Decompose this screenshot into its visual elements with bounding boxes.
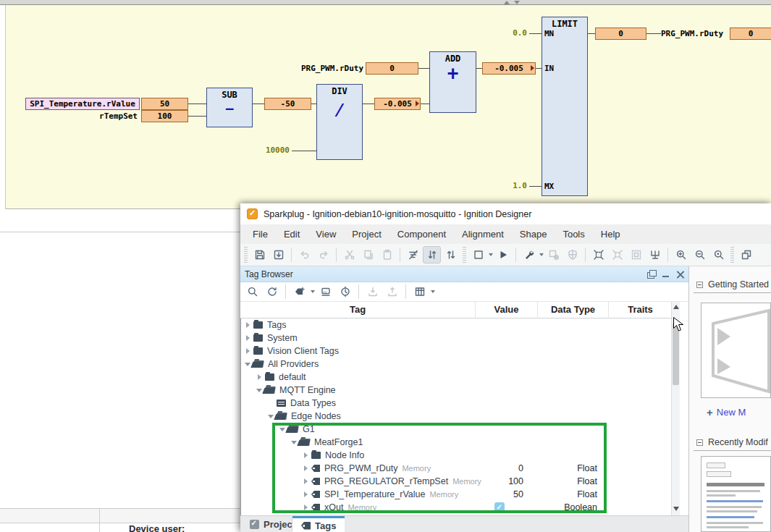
new-tag-icon[interactable] bbox=[290, 283, 308, 300]
tree-item-system[interactable]: System bbox=[241, 332, 671, 345]
expander-icon[interactable] bbox=[302, 452, 309, 458]
layout-anchor-icon[interactable] bbox=[646, 246, 664, 263]
menu-file[interactable]: File bbox=[245, 226, 276, 242]
fbd-value-spi[interactable]: 50 bbox=[141, 98, 188, 110]
fbd-value-limit-out[interactable]: 0 bbox=[595, 28, 646, 40]
undo-icon[interactable] bbox=[295, 246, 313, 263]
expander-icon[interactable] bbox=[244, 363, 251, 366]
tree-item-prg-regulator-rtempset[interactable]: PRG_REGULATOR_rTempSet Memory 100 Float bbox=[241, 475, 671, 488]
scroll-up-icon[interactable] bbox=[673, 305, 679, 309]
chevron-down-icon[interactable] bbox=[431, 290, 435, 293]
expander-icon[interactable] bbox=[244, 322, 251, 328]
fit-icon[interactable] bbox=[627, 246, 645, 263]
security-shield-icon[interactable] bbox=[563, 246, 581, 263]
fbd-value-rduty-in[interactable]: 0 bbox=[366, 62, 418, 75]
fbd-block-add[interactable]: ADD + bbox=[429, 51, 476, 113]
getting-started-section-header[interactable]: Getting Started bbox=[696, 279, 769, 290]
minimize-panel-icon[interactable] bbox=[662, 270, 670, 279]
save-icon[interactable] bbox=[250, 246, 269, 263]
toolbar-grip[interactable] bbox=[244, 247, 248, 263]
menu-edit[interactable]: Edit bbox=[276, 226, 308, 242]
tree-item-data-types[interactable]: Data Types bbox=[241, 397, 671, 410]
recently-modified-section-header[interactable]: Recently Modif bbox=[696, 437, 768, 447]
column-traits[interactable]: Traits bbox=[609, 304, 672, 315]
tree-item-tags[interactable]: Tags bbox=[241, 318, 671, 332]
tree-item-g1[interactable]: G1 bbox=[241, 423, 671, 436]
zoom-actual-icon[interactable] bbox=[709, 246, 728, 263]
fbd-value-add-out[interactable]: -0.005 bbox=[482, 62, 536, 75]
expander-icon[interactable] bbox=[279, 428, 286, 431]
fbd-const-10000[interactable]: 10000 bbox=[253, 145, 290, 156]
fbd-const-mx[interactable]: 1.0 bbox=[498, 181, 527, 191]
paste-icon[interactable] bbox=[378, 246, 396, 263]
chevron-down-icon[interactable] bbox=[539, 253, 544, 256]
expand-icon[interactable] bbox=[589, 246, 607, 263]
column-value[interactable]: Value bbox=[476, 304, 537, 315]
clear-filter-icon[interactable] bbox=[404, 246, 422, 263]
chevron-down-icon[interactable] bbox=[311, 290, 315, 293]
fbd-block-limit[interactable]: LIMIT MN IN MX bbox=[542, 17, 588, 196]
sort-descending-icon[interactable] bbox=[442, 246, 460, 263]
tree-item-mqtt-engine[interactable]: MQTT Engine bbox=[241, 384, 671, 397]
getting-started-thumbnail[interactable] bbox=[701, 303, 771, 398]
fbd-block-sub[interactable]: SUB − bbox=[206, 88, 253, 127]
float-panel-icon[interactable] bbox=[647, 270, 656, 279]
shrink-icon[interactable] bbox=[608, 246, 626, 263]
tree-item-default[interactable]: default bbox=[241, 371, 671, 384]
fbd-operand-rduty-in[interactable]: PRG_PWM.rDuty bbox=[293, 63, 363, 74]
menu-view[interactable]: View bbox=[308, 226, 344, 242]
tree-item-spi-temperature-rvalue[interactable]: SPI_Temperature_rValue Memory 50 Float bbox=[241, 488, 671, 501]
expander-icon[interactable] bbox=[302, 504, 309, 510]
fbd-block-div[interactable]: DIV / bbox=[316, 84, 363, 160]
toolbar-grip[interactable] bbox=[730, 247, 734, 263]
import-tags-icon[interactable] bbox=[363, 283, 382, 300]
new-link[interactable]: + New M bbox=[707, 406, 746, 418]
expander-icon[interactable] bbox=[302, 465, 309, 471]
recently-modified-thumbnail[interactable] bbox=[701, 456, 771, 532]
tab-tags[interactable]: Tags bbox=[292, 516, 345, 532]
menu-help[interactable]: Help bbox=[593, 226, 628, 242]
expander-icon[interactable] bbox=[302, 478, 309, 484]
zoom-in-icon[interactable] bbox=[672, 246, 690, 263]
tree-item-meatforge1[interactable]: MeatForge1 bbox=[241, 436, 671, 449]
preview-play-icon[interactable] bbox=[494, 246, 512, 263]
fbd-value-rtempset[interactable]: 100 bbox=[141, 110, 188, 122]
cut-icon[interactable] bbox=[340, 246, 358, 263]
fbd-value-div-out[interactable]: -0.005 bbox=[374, 98, 421, 110]
fbd-const-mn[interactable]: 0.0 bbox=[498, 28, 527, 38]
redo-icon[interactable] bbox=[314, 246, 332, 263]
search-icon[interactable] bbox=[243, 283, 261, 300]
splitter-collapse-down-icon[interactable] bbox=[514, 1, 520, 4]
tools-wrench-icon[interactable] bbox=[520, 246, 538, 263]
fbd-splitter-bar[interactable] bbox=[0, 0, 771, 5]
menu-alignment[interactable]: Alignment bbox=[454, 226, 512, 242]
fbd-operand-spi-temperature[interactable]: SPI_Temperature.rValue bbox=[25, 98, 140, 110]
column-settings-icon[interactable] bbox=[410, 283, 429, 300]
boolean-checkbox[interactable] bbox=[494, 502, 505, 512]
refresh-icon[interactable] bbox=[263, 283, 281, 300]
tree-item-prg-pwm-rduty[interactable]: PRG_PWM_rDuty Memory 0 Float bbox=[241, 462, 671, 475]
shape-tool-icon[interactable] bbox=[469, 246, 487, 263]
tree-item-edge-nodes[interactable]: Edge Nodes bbox=[241, 410, 671, 423]
copy-icon[interactable] bbox=[359, 246, 377, 263]
scroll-down-icon[interactable] bbox=[673, 507, 679, 511]
tree-item-node-info[interactable]: Node Info bbox=[241, 449, 671, 462]
tag-browser-header[interactable]: Tag Browser bbox=[240, 266, 689, 282]
close-panel-icon[interactable] bbox=[676, 270, 685, 279]
component-properties-icon[interactable] bbox=[544, 246, 563, 263]
menu-tools[interactable]: Tools bbox=[555, 226, 592, 242]
menu-shape[interactable]: Shape bbox=[512, 226, 555, 242]
export-tags-icon[interactable] bbox=[383, 283, 401, 300]
expander-icon[interactable] bbox=[256, 389, 263, 392]
fbd-value-sub-out[interactable]: -50 bbox=[264, 98, 311, 110]
expander-icon[interactable] bbox=[244, 335, 251, 341]
fbd-value-rduty-out[interactable]: 0 bbox=[730, 28, 771, 40]
column-tag[interactable]: Tag bbox=[240, 304, 475, 315]
fbd-operand-rduty-out[interactable]: PRG_PWM.rDuty bbox=[661, 28, 728, 39]
zoom-out-icon[interactable] bbox=[691, 246, 709, 263]
sort-ascending-icon[interactable] bbox=[423, 246, 441, 263]
chevron-down-icon[interactable] bbox=[489, 253, 493, 256]
splitter-collapse-up-icon[interactable] bbox=[504, 1, 510, 4]
expander-icon[interactable] bbox=[256, 374, 263, 380]
cascade-windows-icon[interactable] bbox=[737, 246, 755, 263]
